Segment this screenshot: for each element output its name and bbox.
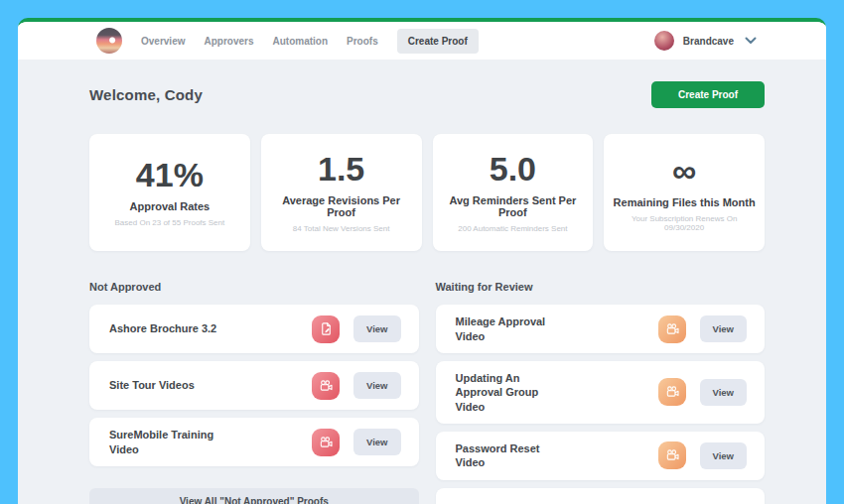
view-button[interactable]: View	[700, 379, 747, 406]
video-camera-icon	[312, 429, 340, 456]
stat-subtext: 84 Total New Versions Sent	[293, 224, 390, 233]
account-name: Brandcave	[683, 36, 734, 47]
section-title-waiting-for-review: Waiting for Review	[436, 281, 766, 293]
video-camera-icon	[658, 441, 686, 469]
app-window: Overview Approvers Automation Proofs Cre…	[18, 18, 826, 504]
nav-menu: Overview Approvers Automation Proofs Cre…	[141, 29, 479, 54]
nav-item-approvers[interactable]: Approvers	[204, 36, 253, 47]
stat-value: 41%	[136, 158, 204, 191]
stat-label: Remaining Files this Month	[614, 196, 756, 208]
list-item: Site Tour Videos View	[89, 361, 419, 410]
list-item: Updating An Approval Group Video View	[436, 361, 766, 424]
view-button[interactable]: View	[700, 442, 747, 469]
stat-card-avg-reminders: 5.0 Avg Reminders Sent Per Proof 200 Aut…	[433, 134, 594, 251]
dashboard-content: Welcome, Cody Create Proof 41% Approval …	[18, 60, 826, 504]
section-title-not-approved: Not Approved	[89, 281, 419, 293]
app-logo-icon[interactable]	[96, 28, 122, 54]
stat-label: Approval Rates	[130, 200, 211, 212]
infinity-value: ∞	[672, 154, 696, 188]
view-button[interactable]: View	[700, 315, 747, 342]
stat-subtext: 200 Automatic Reminders Sent	[458, 224, 567, 233]
create-proof-button[interactable]: Create Proof	[651, 81, 765, 108]
list-item: Password Reset Video View	[436, 432, 766, 480]
video-camera-icon	[658, 315, 686, 343]
stat-card-remaining-files: ∞ Remaining Files this Month Your Subscr…	[604, 134, 765, 251]
view-button[interactable]: View	[353, 429, 400, 455]
stat-card-approval-rates: 41% Approval Rates Based On 23 of 55 Pro…	[89, 134, 250, 251]
proof-title: SureMobile Training Video	[109, 428, 312, 456]
video-camera-icon	[312, 372, 340, 400]
view-button[interactable]: View	[353, 315, 400, 342]
proof-title: Updating An Approval Group Video	[456, 371, 658, 414]
list-item: SureMobile Training Video View	[89, 418, 419, 466]
proof-lists: Not Approved Ashore Brochure 3.2 View Si…	[89, 281, 765, 504]
user-avatar	[654, 31, 674, 51]
document-edit-icon	[312, 315, 340, 343]
chevron-down-icon	[745, 37, 757, 45]
stat-subtext: Based On 23 of 55 Proofs Sent	[115, 218, 225, 227]
view-button[interactable]: View	[353, 372, 400, 399]
stat-label: Average Revisions Per Proof	[269, 194, 414, 218]
stat-value: 5.0	[490, 152, 536, 186]
stat-card-average-revisions: 1.5 Average Revisions Per Proof 84 Total…	[261, 134, 422, 251]
list-item: Ashore Brochure 3.2 View	[89, 305, 419, 353]
proof-title: Password Reset Video	[456, 441, 658, 470]
not-approved-column: Not Approved Ashore Brochure 3.2 View Si…	[89, 281, 419, 504]
stat-subtext: Your Subscription Renews On 09/30/2020	[612, 214, 757, 232]
waiting-for-review-column: Waiting for Review Mileage Approval Vide…	[436, 281, 766, 504]
proof-title: Ashore Brochure 3.2	[109, 321, 312, 335]
stat-value: 1.5	[318, 152, 364, 186]
list-item: Mileage Approval Video View	[436, 305, 766, 353]
nav-item-proofs[interactable]: Proofs	[347, 36, 378, 47]
top-nav: Overview Approvers Automation Proofs Cre…	[18, 22, 826, 60]
list-item-partial	[436, 488, 766, 504]
stat-label: Avg Reminders Sent Per Proof	[441, 194, 586, 218]
nav-item-create-proof[interactable]: Create Proof	[397, 29, 479, 54]
nav-item-overview[interactable]: Overview	[141, 36, 185, 47]
proof-title: Site Tour Videos	[109, 378, 312, 392]
account-menu[interactable]: Brandcave	[654, 31, 757, 51]
nav-item-automation[interactable]: Automation	[273, 36, 329, 47]
stat-cards: 41% Approval Rates Based On 23 of 55 Pro…	[89, 134, 765, 251]
welcome-row: Welcome, Cody Create Proof	[89, 81, 765, 108]
view-all-not-approved-button[interactable]: View All "Not Approved" Proofs	[89, 488, 419, 504]
page-title: Welcome, Cody	[89, 86, 203, 103]
video-camera-icon	[658, 378, 686, 406]
proof-title: Mileage Approval Video	[456, 315, 658, 343]
